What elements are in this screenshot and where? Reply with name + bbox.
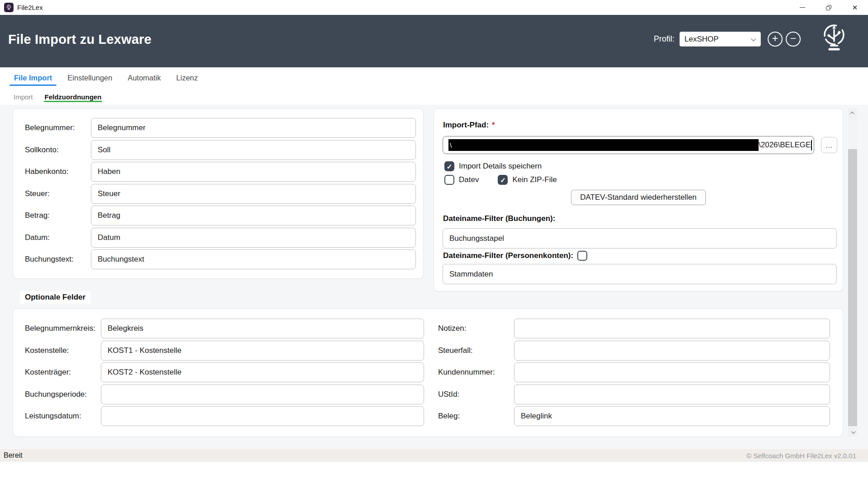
minimize-button[interactable] [789,0,816,15]
add-profile-button[interactable]: + [768,32,783,47]
restore-icon [826,5,831,10]
tab-einstellungen[interactable]: Einstellungen [66,67,113,89]
statusbar: Bereit © Selfcoach GmbH File2Lex v2.0.01 [0,449,868,462]
tab-lizenz[interactable]: Lizenz [175,67,199,89]
path-suffix: \2026\BELEGE [759,141,811,150]
check-icon: ✓ [500,177,506,183]
field-input[interactable] [91,206,416,225]
field-label: Notizen: [438,324,514,333]
field-input[interactable] [91,162,416,182]
field-label: Kostenstelle: [25,346,101,355]
scrollbar-thumb[interactable] [848,149,857,426]
field-label: Belegnummer: [25,123,91,132]
filter-bookings-input[interactable] [443,228,837,249]
filter-persons-input[interactable] [443,264,837,284]
field-input[interactable] [514,362,830,382]
restore-datev-standard-button[interactable]: DATEV-Standard wiederherstellen [571,190,706,205]
app-logo-icon [4,3,14,12]
field-label: Steuerfall: [438,346,514,355]
window-controls: ✕ [789,0,868,15]
subtab-import[interactable]: Import [13,89,34,105]
chevron-up-icon [850,111,854,116]
field-row: Kundennummer: [438,362,830,382]
content-area: Belegnummer: Sollkonto: Habenkonto: Steu… [0,105,868,449]
field-input[interactable] [514,406,830,426]
restore-button[interactable] [816,0,842,15]
import-settings-panel: Import-Pfad: * \ \2026\BELEGE ... ✓ Impo… [434,108,843,291]
field-row: Belegnummer: [25,118,416,138]
datev-checkbox[interactable] [444,175,454,185]
titlebar: File2Lex ✕ [0,0,868,15]
field-input[interactable] [91,228,416,248]
import-path-input[interactable]: \ \2026\BELEGE [443,136,814,154]
field-label: Leistungsdatum: [25,412,101,421]
profile-label: Profil: [654,34,675,44]
field-row: Beleg: [438,406,830,426]
field-row: Kostenträger: [25,362,424,382]
lightbulb-usb-icon [821,23,847,57]
optional-fields-panel: Belegnummernkreis: Kostenstelle: Kostent… [13,308,843,437]
close-button[interactable]: ✕ [842,0,868,15]
field-label: Datum: [25,233,91,242]
field-row: Steuerfall: [438,341,830,361]
field-label: Buchungstext: [25,255,91,264]
field-label: Sollkonto: [25,145,91,155]
field-row: Steuer: [25,184,416,204]
browse-path-button[interactable]: ... [821,137,837,153]
sub-tabbar: Import Feldzuordnungen [0,89,868,105]
vertical-scrollbar[interactable] [848,108,857,437]
field-row: UStId: [438,385,830,404]
field-input[interactable] [514,341,830,361]
field-row: Buchungstext: [25,249,416,269]
tab-automatik[interactable]: Automatik [126,67,162,89]
import-details-checkbox[interactable]: ✓ [444,161,454,171]
copyright-text: © Selfcoach GmbH File2Lex v2.0.01 [746,452,856,460]
field-label: Beleg: [438,412,514,421]
filter-bookings-label: Dateiname-Filter (Buchungen): [443,214,555,223]
field-row: Leistungsdatum: [25,406,424,426]
chevron-down-icon [751,36,756,41]
no-zip-checkbox[interactable]: ✓ [498,175,508,185]
scroll-down-button[interactable] [848,427,857,437]
field-input[interactable] [514,319,830,338]
field-input[interactable] [101,341,424,361]
field-label: Steuer: [25,189,91,198]
checkbox-row: Datev ✓ Kein ZIP-File [444,175,557,185]
field-row: Datum: [25,228,416,248]
field-input[interactable] [101,362,424,382]
profile-select[interactable]: LexSHOP [679,32,761,47]
app-header: File Import zu Lexware Profil: LexSHOP +… [0,15,868,67]
optional-fields-grid: Belegnummernkreis: Kostenstelle: Kostent… [13,309,843,428]
field-label: Kundennummer: [438,368,514,377]
remove-profile-button[interactable]: − [786,32,801,47]
field-input[interactable] [101,319,424,338]
field-input[interactable] [91,184,416,204]
import-path-row: \ \2026\BELEGE ... [443,136,837,154]
field-input[interactable] [514,385,830,404]
field-mapping-panel: Belegnummer: Sollkonto: Habenkonto: Steu… [13,108,424,279]
field-input[interactable] [91,249,416,269]
check-icon: ✓ [447,163,453,170]
field-label: UStId: [438,390,514,399]
field-label: Belegnummernkreis: [25,324,101,333]
field-label: Habenkonto: [25,167,91,176]
field-label: Buchungsperiode: [25,390,101,399]
filter-persons-label: Dateiname-Filter (Personenkonten): [443,251,573,260]
subtab-feldzuordnungen[interactable]: Feldzuordnungen [44,89,103,105]
field-input[interactable] [91,140,416,160]
main-tabbar: File Import Einstellungen Automatik Lize… [0,67,868,89]
window-title: File2Lex [17,4,43,11]
field-label: Betrag: [25,211,91,220]
checkbox-label: Datev [459,175,479,184]
field-input[interactable] [91,118,416,138]
field-row: Habenkonto: [25,162,416,182]
filter-persons-checkbox[interactable] [577,251,587,261]
tab-file-import[interactable]: File Import [13,67,53,89]
field-input[interactable] [101,385,424,404]
lightbulb-usb-icon [6,5,12,10]
field-input[interactable] [101,406,424,426]
chevron-down-icon [851,429,855,434]
page-title: File Import zu Lexware [8,32,151,47]
redacted-path-segment: \ [448,139,759,151]
scroll-up-button[interactable] [848,108,857,118]
